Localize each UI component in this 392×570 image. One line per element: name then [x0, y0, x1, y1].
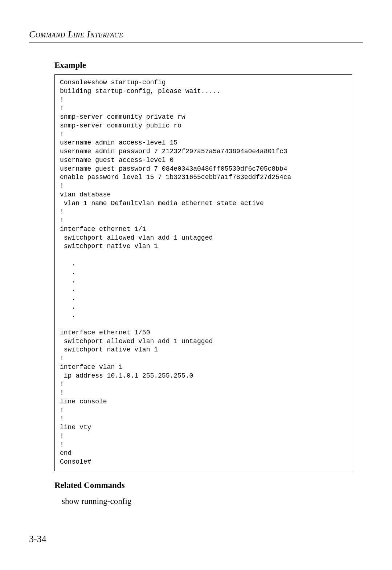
- example-heading: Example: [54, 61, 352, 70]
- related-commands-heading: Related Commands: [54, 481, 352, 490]
- header-rule: [29, 42, 363, 42]
- related-commands-body: show running-config: [62, 497, 352, 506]
- page-number: 3-34: [29, 534, 46, 545]
- code-example-box: Console#show startup-config building sta…: [54, 74, 352, 471]
- page: Command Line Interface Example Console#s…: [0, 0, 392, 570]
- content-block: Example Console#show startup-config buil…: [54, 61, 352, 506]
- running-head: Command Line Interface: [29, 29, 363, 40]
